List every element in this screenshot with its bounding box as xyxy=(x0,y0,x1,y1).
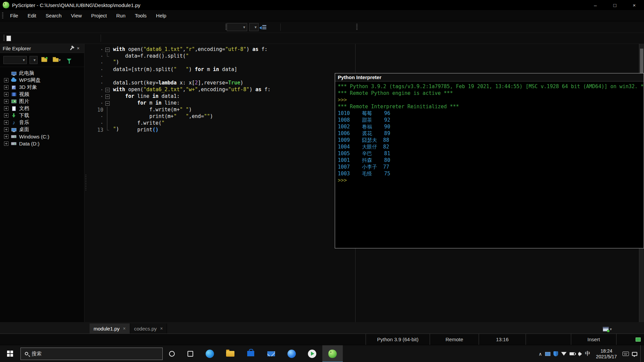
tree-item[interactable]: Data (D:) xyxy=(0,140,84,147)
menu-project[interactable]: Project xyxy=(87,13,112,18)
tree-item[interactable]: WPS网盘 xyxy=(0,77,84,84)
browse-folder-button[interactable] xyxy=(40,56,48,64)
menu-search[interactable]: Search xyxy=(41,13,66,18)
expand-icon[interactable] xyxy=(4,106,8,111)
gutter-row: · xyxy=(87,113,112,120)
tab-codecs.py[interactable]: codecs.py× xyxy=(130,323,167,334)
filter-button[interactable] xyxy=(65,56,73,64)
ime-indicator[interactable]: 中 xyxy=(585,350,590,357)
volume-icon[interactable] xyxy=(578,353,580,355)
menu-view[interactable]: View xyxy=(66,13,87,18)
expand-icon[interactable] xyxy=(4,92,8,97)
folders-view-button[interactable]: ▾ xyxy=(51,56,62,64)
tray-expand-button[interactable]: ∧ xyxy=(539,351,542,357)
tree-item-label: 3D 对象 xyxy=(19,84,37,90)
expand-icon[interactable] xyxy=(4,141,8,146)
panel-close-button[interactable]: × xyxy=(75,45,82,52)
tree-item-label: 下载 xyxy=(19,112,29,119)
minimize-button[interactable]: – xyxy=(586,0,605,10)
close-button[interactable]: × xyxy=(625,0,644,10)
code-line[interactable]: with open("data6_1.txt","r",encoding="ut… xyxy=(113,46,271,53)
action-center-icon[interactable] xyxy=(632,352,637,356)
code-line[interactable]: f.write(" ") xyxy=(113,120,271,127)
status-engine: Remote xyxy=(430,334,479,345)
file-explorer-button[interactable] xyxy=(220,345,240,362)
code-line[interactable]: data1=[str(m).split(" ") for m in data] xyxy=(113,66,271,73)
maximize-button[interactable]: □ xyxy=(605,0,625,10)
tree-item[interactable]: 3D 对象 xyxy=(0,84,84,91)
fold-marker-icon[interactable] xyxy=(105,100,110,107)
menu-run[interactable]: Run xyxy=(112,13,130,18)
tab-close-icon[interactable]: × xyxy=(160,326,163,331)
security-shield-icon[interactable] xyxy=(553,351,558,356)
file-explorer-header: File Explorer × xyxy=(0,44,84,53)
path-combo[interactable]: ▾ xyxy=(3,56,27,64)
expand-icon[interactable] xyxy=(4,85,8,89)
code-line[interactable]: print() xyxy=(113,127,271,133)
start-button[interactable] xyxy=(0,345,20,362)
battery-icon[interactable] xyxy=(570,352,575,355)
history-dropdown[interactable]: ▾ xyxy=(30,56,38,64)
code-line[interactable]: data=f.read().split(" ") xyxy=(113,53,271,60)
fold-marker-icon[interactable] xyxy=(105,46,110,53)
touch-keyboard-icon[interactable] xyxy=(623,352,629,356)
code-line[interactable]: print(m+" ",end="") xyxy=(113,113,271,120)
tab-close-icon[interactable]: × xyxy=(123,326,126,331)
task-view-button[interactable] xyxy=(181,345,200,362)
fold-marker-icon[interactable] xyxy=(105,93,110,100)
tree-item[interactable]: 文档 xyxy=(0,105,84,112)
store-button[interactable] xyxy=(240,345,261,362)
interpreter-output[interactable]: *** Python 3.9.2 (tags/v3.9.2:1a79785, F… xyxy=(335,81,644,248)
code-line[interactable]: f.write(m+" ") xyxy=(113,107,271,113)
zoom-combo[interactable]: ▾ xyxy=(249,23,259,31)
syntax-combo[interactable]: ▾ xyxy=(227,23,247,31)
pin-button[interactable] xyxy=(68,45,75,52)
tab-module1.py[interactable]: module1.py× xyxy=(90,323,130,334)
tree-item[interactable]: Windows (C:) xyxy=(0,133,84,140)
code-line[interactable] xyxy=(113,60,271,66)
tree-item[interactable]: 视频 xyxy=(0,91,84,98)
code-line[interactable]: with open("data6_2.txt","w+",encoding="u… xyxy=(113,86,271,93)
tab-list-button[interactable]: ▾ xyxy=(603,327,612,331)
browser-button[interactable] xyxy=(281,345,302,362)
pyscripter-taskbar-button[interactable] xyxy=(322,345,343,362)
menu-tools[interactable]: Tools xyxy=(130,13,151,18)
menu-edit[interactable]: Edit xyxy=(23,13,41,18)
cortana-button[interactable] xyxy=(163,345,181,362)
code-line[interactable]: for m in line: xyxy=(113,100,271,107)
tree-item[interactable]: 此电脑 xyxy=(0,70,84,77)
expand-icon[interactable] xyxy=(4,127,8,132)
interpreter-line: >>> xyxy=(338,177,641,184)
tree-item[interactable]: ♪音乐 xyxy=(0,119,84,126)
indent-decrease-button[interactable] xyxy=(260,22,269,32)
new-file-button[interactable] xyxy=(4,34,13,43)
expand-icon[interactable] xyxy=(4,134,8,139)
interpreter-titlebar[interactable]: Python Interpreter xyxy=(335,73,644,81)
tree-item[interactable]: 桌面 xyxy=(0,126,84,133)
expand-icon[interactable] xyxy=(4,120,8,125)
wifi-icon[interactable] xyxy=(561,352,567,356)
clock[interactable]: 18:24 2021/5/17 xyxy=(593,348,620,360)
menu-help[interactable]: Help xyxy=(151,13,171,18)
gutter-row: · xyxy=(87,46,112,53)
code-line[interactable]: for line in data1: xyxy=(113,93,271,100)
file-explorer-toolbar: ▾ ▾ ▾ xyxy=(0,53,84,67)
editor-gutter: ·········10··13 xyxy=(87,46,112,133)
show-desktop-button[interactable] xyxy=(640,345,643,362)
menu-file[interactable]: File xyxy=(5,13,23,18)
taskbar-search[interactable]: 搜索 xyxy=(20,348,163,360)
media-player-button[interactable] xyxy=(302,345,322,362)
expand-icon[interactable] xyxy=(4,113,8,118)
fold-marker-icon[interactable] xyxy=(105,86,110,93)
code-line[interactable] xyxy=(113,73,271,80)
tray-app-icon[interactable] xyxy=(545,352,550,356)
pyscripter-icon xyxy=(328,350,337,358)
tree-item[interactable]: 图片 xyxy=(0,98,84,105)
tree-item[interactable]: 下载 xyxy=(0,112,84,119)
code-line[interactable]: data1.sort(key=lambda x: x[2],reverse=Tr… xyxy=(113,80,271,86)
expand-icon[interactable] xyxy=(4,78,8,82)
edge-button[interactable] xyxy=(200,345,220,362)
mail-button[interactable] xyxy=(261,345,281,362)
expand-icon[interactable] xyxy=(4,99,8,104)
panel-splitter[interactable] xyxy=(85,44,87,322)
